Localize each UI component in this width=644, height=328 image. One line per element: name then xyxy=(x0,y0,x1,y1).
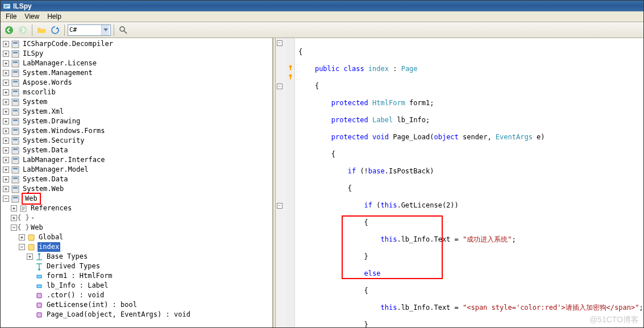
expand-icon[interactable]: + xyxy=(3,167,9,173)
outline-collapse-icon[interactable]: − xyxy=(277,84,282,89)
tree-row-ns-web[interactable]: −{ }Web xyxy=(1,223,272,232)
toolbar-separator xyxy=(114,24,114,36)
tree-row[interactable]: +Aspose.Words xyxy=(1,78,272,88)
pin-icon[interactable] xyxy=(287,73,294,80)
tree-row[interactable]: +System.Drawing xyxy=(1,117,272,126)
assembly-icon xyxy=(11,156,20,165)
tree-row[interactable]: +LabManager.Interface xyxy=(1,155,272,165)
tree-row-references[interactable]: +References xyxy=(1,204,272,213)
pin-icon[interactable] xyxy=(287,64,294,71)
expand-icon[interactable]: + xyxy=(3,70,9,76)
tree-row-base-types[interactable]: +Base Types xyxy=(1,252,272,261)
references-icon xyxy=(19,204,28,213)
tree-row-class-index[interactable]: −index xyxy=(1,242,272,252)
expand-icon[interactable]: + xyxy=(3,186,9,192)
expand-icon[interactable]: + xyxy=(3,80,9,86)
expand-icon[interactable]: + xyxy=(3,128,9,134)
open-button[interactable] xyxy=(35,24,48,36)
menu-help[interactable]: Help xyxy=(43,11,65,22)
tree-row-web-asm[interactable]: −Web xyxy=(1,194,272,204)
svg-rect-14 xyxy=(12,89,19,96)
app-icon xyxy=(3,2,11,10)
toolbar-separator xyxy=(32,24,32,36)
menu-file[interactable]: File xyxy=(2,11,20,22)
tree-row[interactable]: +System xyxy=(1,97,272,107)
expand-icon[interactable]: + xyxy=(11,205,17,211)
svg-rect-24 xyxy=(12,138,19,144)
tree-row-class-global[interactable]: +Global xyxy=(1,232,272,242)
language-value: C# xyxy=(69,26,77,34)
code-editor[interactable]: { public class index : Page { protected … xyxy=(295,38,643,327)
code-gutter: − − − xyxy=(276,38,295,327)
tree-row-ctor[interactable]: .ctor() : void xyxy=(1,290,272,300)
outline-collapse-icon[interactable]: − xyxy=(277,40,282,46)
namespace-icon: { } xyxy=(19,223,28,232)
svg-rect-16 xyxy=(12,99,19,106)
assembly-tree[interactable]: +ICSharpCode.Decompiler +ILSpy +LabManag… xyxy=(1,38,273,327)
language-selector[interactable]: C# xyxy=(68,24,111,36)
svg-rect-19 xyxy=(13,110,18,111)
namespace-icon: { } xyxy=(19,214,28,223)
svg-rect-32 xyxy=(12,176,19,183)
tree-row[interactable]: +ILSpy xyxy=(1,49,272,59)
svg-point-41 xyxy=(38,253,40,255)
svg-rect-30 xyxy=(12,167,19,173)
expand-icon[interactable]: + xyxy=(3,109,9,115)
toolbar-separator xyxy=(64,24,65,36)
forward-button[interactable] xyxy=(16,24,29,36)
svg-rect-47 xyxy=(37,313,41,317)
tree-row[interactable]: +mscorlib xyxy=(1,88,272,97)
svg-rect-34 xyxy=(12,186,19,193)
assembly-icon xyxy=(11,194,20,204)
tree-row[interactable]: +System.Xml xyxy=(1,107,272,117)
menu-view[interactable]: View xyxy=(20,11,43,22)
expand-icon[interactable]: + xyxy=(3,51,9,57)
svg-rect-33 xyxy=(13,177,18,179)
svg-rect-5 xyxy=(13,42,18,44)
tree-row-field-form1[interactable]: form1 : HtmlForm xyxy=(1,271,272,281)
svg-rect-35 xyxy=(13,187,18,189)
outline-collapse-icon[interactable]: − xyxy=(277,203,282,209)
tree-row[interactable]: +System.Data xyxy=(1,175,272,184)
class-icon xyxy=(27,243,36,252)
method-icon xyxy=(35,291,44,300)
expand-icon[interactable]: + xyxy=(3,176,9,182)
tree-row-field-lbinfo[interactable]: lb_Info : Label xyxy=(1,281,272,290)
collapse-icon[interactable]: − xyxy=(3,196,9,202)
expand-icon[interactable]: + xyxy=(3,89,9,96)
expand-icon[interactable]: + xyxy=(3,118,9,124)
expand-icon[interactable]: + xyxy=(3,147,9,153)
expand-icon[interactable]: + xyxy=(3,138,9,144)
svg-rect-20 xyxy=(12,118,19,125)
refresh-button[interactable] xyxy=(49,24,61,36)
expand-icon[interactable]: + xyxy=(19,234,25,240)
expand-icon[interactable]: + xyxy=(3,99,9,105)
tree-row-getlicense[interactable]: GetLicense(int) : bool xyxy=(1,300,272,310)
back-button[interactable] xyxy=(3,24,15,36)
expand-icon[interactable]: + xyxy=(3,41,9,47)
tree-row[interactable]: +System.Management xyxy=(1,68,272,78)
expand-icon[interactable]: + xyxy=(3,60,9,67)
main-window: ILSpy File View Help C# +ICSharpCode.Dec… xyxy=(0,0,644,328)
tree-row-ns-dash[interactable]: +{ }- xyxy=(1,213,272,223)
tree-row[interactable]: +System.Security xyxy=(1,136,272,146)
search-button[interactable] xyxy=(117,24,130,36)
tree-row[interactable]: +ICSharpCode.Decompiler xyxy=(1,39,272,49)
assembly-icon xyxy=(11,136,20,146)
expand-icon[interactable]: + xyxy=(3,157,9,163)
expand-icon[interactable]: + xyxy=(11,215,17,221)
tree-row[interactable]: +LabManager.Model xyxy=(1,165,272,175)
tree-row-pageload[interactable]: Page_Load(object, EventArgs) : void xyxy=(1,310,272,319)
tree-row[interactable]: +System.Web xyxy=(1,184,272,194)
chevron-down-icon[interactable] xyxy=(101,25,109,35)
expand-icon[interactable]: + xyxy=(27,254,33,260)
collapse-icon[interactable]: − xyxy=(19,244,25,250)
tree-row[interactable]: +System.Windows.Forms xyxy=(1,126,272,136)
svg-rect-8 xyxy=(12,60,19,67)
tree-row[interactable]: +LabManager.License xyxy=(1,59,272,68)
tree-row-derived-types[interactable]: Derived Types xyxy=(1,261,272,271)
collapse-icon[interactable]: − xyxy=(11,225,17,231)
svg-rect-23 xyxy=(13,129,18,131)
tree-row[interactable]: +System.Data xyxy=(1,146,272,155)
field-icon xyxy=(35,281,44,290)
